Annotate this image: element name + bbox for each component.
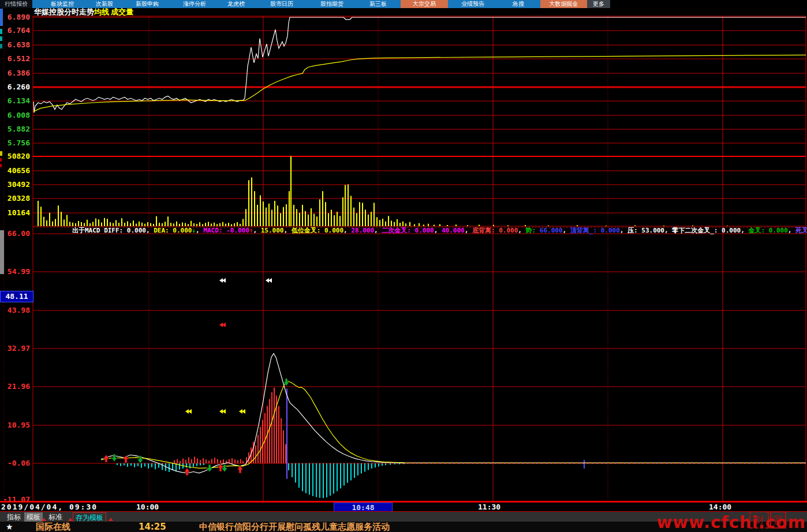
volume-axis-label: 40656 (1, 167, 30, 175)
time-axis-label: 14:00 (709, 503, 731, 511)
indicator-header-segment: 出于MACD (72, 227, 104, 234)
indicator-axis-label: 10.95 (1, 421, 30, 429)
sell-arrow-icon (137, 456, 143, 463)
indicator-header-segment: , (434, 227, 442, 234)
edge-fragment (0, 44, 2, 48)
time-axis-label: 11:30 (478, 503, 500, 511)
edge-fragment (0, 9, 3, 26)
price-axis-label: 6.134 (1, 97, 30, 105)
indicator-axis-label: 66.00 (1, 230, 30, 238)
price-axis-label: 6.638 (1, 41, 30, 49)
indicator-header-segment: DEA: 0.000 (154, 227, 192, 234)
series-avg-price (33, 55, 806, 111)
indicator-header-segment: , (741, 227, 748, 234)
indicator-axis-label: 21.96 (1, 383, 30, 391)
series-DEA (101, 381, 404, 468)
indicator-header-segment: , (664, 227, 672, 234)
chevron-marker-icon (219, 323, 223, 327)
indicator-header-segment: 势: (526, 227, 540, 234)
buy-arrow-icon (237, 466, 243, 473)
time-axis-label: 10:00 (136, 503, 159, 511)
indicator-header-segment: , (196, 227, 203, 234)
indicator-header-segment: 40.000 (442, 227, 465, 234)
price-axis-label: 6.764 (1, 27, 30, 35)
volume-axis-label: 10164 (1, 209, 30, 217)
indicator-header-segment: , (253, 227, 260, 234)
indicator-header-segment: , (563, 227, 570, 234)
edge-fragment (0, 158, 2, 162)
indicator-header-segment: 压: 53.000 (627, 227, 664, 234)
chevron-marker-icon (219, 278, 223, 283)
indicator-header-segment: 15.000 (261, 227, 284, 234)
chevron-marker-icon (185, 409, 189, 414)
price-axis-label: 6.512 (1, 55, 30, 63)
sell-arrow-icon (222, 464, 227, 472)
news-source: 国际在线 (36, 522, 70, 532)
indicator-header-segment: 顶背离_: 0.000 (570, 227, 620, 234)
buy-arrow-icon (184, 468, 190, 475)
indicator-header-segment: 底背离: 0.000 (472, 227, 518, 234)
price-axis-label: 5.756 (1, 139, 30, 147)
indicator-header-segment: , (283, 227, 291, 234)
indicator-header-segment: 28.000 (351, 227, 374, 234)
edge-fragment (0, 164, 2, 167)
price-axis-label: 6.260 (1, 83, 30, 91)
crosshair-value-box: 48.11 (0, 291, 33, 302)
news-ticker[interactable]: 中信银行信阳分行开展慰问孤残儿童志愿服务活动 (199, 522, 390, 532)
price-axis-label: 6.890 (1, 13, 30, 21)
indicator-header-segment: 金叉: 0.000 (748, 227, 787, 234)
buy-arrow-icon (123, 455, 129, 463)
star-icon[interactable]: ★ (6, 522, 13, 532)
indicator-header-segment: 66.000 (540, 227, 563, 234)
tab-标准[interactable]: 标准 (46, 512, 65, 522)
price-axis-label: 6.386 (1, 69, 30, 77)
edge-fragment (0, 151, 2, 156)
indicator-axis-label: -0.06 (1, 459, 30, 467)
indicator-header-segment: MACD: -0.000 (203, 227, 249, 234)
sell-arrow-icon (207, 464, 212, 472)
watermark: www.cfchi.com (657, 512, 806, 532)
scrollbar-thumb[interactable] (0, 230, 4, 274)
indicator-header-segment: , (374, 227, 382, 234)
indicator-header-segment: 零下二次金叉_: 0.000 (672, 227, 741, 234)
indicator-header-segment: 二次金叉: 0.000 (382, 227, 434, 234)
chevron-marker-icon (239, 409, 242, 414)
indicator-header-segment: , (343, 227, 351, 234)
chevron-marker-icon (219, 409, 223, 414)
indicator-axis-label: 32.97 (1, 344, 30, 353)
tab-separator-pip-icon (109, 518, 113, 521)
volume-axis-label: 50820 (1, 152, 30, 160)
series-DIFF (101, 354, 806, 473)
app-window: 行情报价板块监控次新股新股申购涨停分析龙虎榜股市日历股指期货新三板大宗交易业绩预… (0, 0, 807, 532)
indicator-header-segment: , (518, 227, 525, 234)
indicator-axis-label: 43.98 (1, 306, 30, 314)
indicator-header-segment: , (620, 227, 627, 234)
volume-axis-label: 20328 (1, 194, 30, 203)
status-time: 14:25 (139, 522, 166, 532)
indicator-axis-label: 54.99 (1, 268, 30, 276)
indicator-header-segment: 低位金叉: 0.000 (292, 227, 343, 234)
sell-arrow-icon (111, 454, 117, 462)
indicator-header-segment: DIFF: 0.000 (104, 227, 146, 234)
tab-separator-pip-icon (42, 518, 46, 521)
indicator-header-segment: , (146, 227, 154, 234)
edge-fragment (0, 36, 2, 41)
chart-canvas[interactable] (0, 0, 807, 532)
price-axis-label: 6.008 (1, 111, 30, 119)
indicator-header-segment: , (788, 227, 795, 234)
buy-arrow-icon (103, 455, 109, 462)
indicator-header: 出于MACD DIFF: 0.000, DEA: 0.000↓, MACD: -… (72, 227, 807, 235)
price-axis-label: 5.882 (1, 125, 30, 133)
chevron-marker-icon (266, 278, 269, 283)
indicator-header-segment: , (465, 227, 472, 234)
tab-指标[interactable]: 指标 (5, 512, 23, 522)
tab-separator-pip-icon (68, 518, 73, 521)
series-price (33, 17, 806, 113)
edge-fragment (0, 29, 2, 34)
volume-axis-label: 30492 (1, 181, 30, 189)
time-axis: 2019/04/04, 09:30 10:48 10:0011:3014:00 (0, 501, 807, 512)
date-session-label: 2019/04/04, 09:30 (1, 503, 98, 511)
tab-模板[interactable]: 模板 (24, 512, 43, 522)
indicator-header-segment: 死叉: 0.000 (795, 227, 807, 234)
